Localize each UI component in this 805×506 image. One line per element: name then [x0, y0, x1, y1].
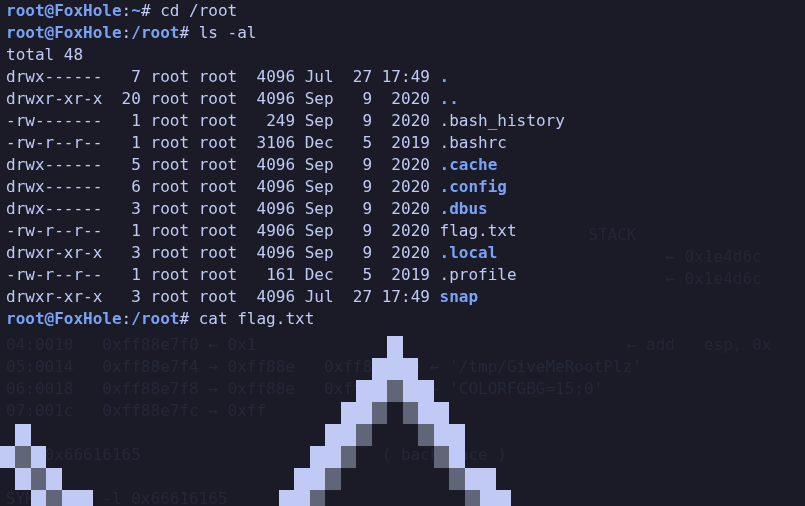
command-text: cd /root — [160, 1, 237, 20]
ls-name: .cache — [440, 155, 498, 174]
prompt-host: FoxHole — [54, 23, 121, 42]
ls-owner: root — [151, 111, 190, 130]
command-text: ls -al — [199, 23, 257, 42]
prompt-host: FoxHole — [54, 1, 121, 20]
ls-group: root — [199, 67, 238, 86]
ls-links: 7 — [112, 67, 141, 86]
ls-perms: drwxr-xr-x — [6, 243, 102, 262]
ls-row: drwx------ 6 root root 4096 Sep 9 2020 .… — [6, 176, 799, 198]
ls-row: drwx------ 3 root root 4096 Sep 9 2020 .… — [6, 198, 799, 220]
ls-size: 161 — [247, 265, 295, 284]
ls-row: -rw-r--r-- 1 root root 3106 Dec 5 2019 .… — [6, 132, 799, 154]
ls-date: Jul 27 17:49 — [305, 287, 430, 306]
prompt-at: @ — [45, 23, 55, 42]
prompt-colon: : — [122, 23, 132, 42]
prompt-at: @ — [45, 1, 55, 20]
ls-name: .bash_history — [440, 111, 565, 130]
ls-group: root — [199, 155, 238, 174]
ls-date: Sep 9 2020 — [305, 155, 430, 174]
terminal-output: root@FoxHole:~# cd /rootroot@FoxHole:/ro… — [0, 0, 805, 330]
ls-total: total 48 — [6, 44, 799, 66]
ls-perms: drwx------ — [6, 67, 102, 86]
ls-links: 1 — [112, 111, 141, 130]
ls-group: root — [199, 265, 238, 284]
ls-links: 1 — [112, 221, 141, 240]
ls-perms: drwxr-xr-x — [6, 89, 102, 108]
ls-group: root — [199, 133, 238, 152]
ls-date: Sep 9 2020 — [305, 243, 430, 262]
ls-owner: root — [151, 155, 190, 174]
prompt-colon: : — [122, 1, 132, 20]
ls-size: 4096 — [247, 243, 295, 262]
ls-group: root — [199, 243, 238, 262]
prompt-at: @ — [45, 309, 55, 328]
ls-size: 249 — [247, 111, 295, 130]
ls-size: 4096 — [247, 155, 295, 174]
ls-row: drwx------ 5 root root 4096 Sep 9 2020 .… — [6, 154, 799, 176]
ls-links: 5 — [112, 155, 141, 174]
ls-perms: drwxr-xr-x — [6, 287, 102, 306]
prompt-colon: : — [122, 309, 132, 328]
ls-name: .dbus — [440, 199, 488, 218]
ls-links: 20 — [112, 89, 141, 108]
ls-date: Sep 9 2020 — [305, 89, 430, 108]
ls-date: Dec 5 2019 — [305, 265, 430, 284]
ls-name: flag.txt — [440, 221, 517, 240]
prompt-path: /root — [131, 309, 179, 328]
ls-perms: drwx------ — [6, 155, 102, 174]
ls-owner: root — [151, 265, 190, 284]
ls-date: Dec 5 2019 — [305, 133, 430, 152]
prompt-sigil: # — [179, 309, 198, 328]
ls-date: Sep 9 2020 — [305, 177, 430, 196]
ls-row: -rw-r--r-- 1 root root 161 Dec 5 2019 .p… — [6, 264, 799, 286]
ls-size: 4096 — [247, 89, 295, 108]
ls-size: 4906 — [247, 221, 295, 240]
ls-name: .. — [440, 89, 459, 108]
ls-perms: drwx------ — [6, 177, 102, 196]
ls-date: Sep 9 2020 — [305, 111, 430, 130]
ls-owner: root — [151, 243, 190, 262]
ls-links: 3 — [112, 287, 141, 306]
ls-size: 4096 — [247, 287, 295, 306]
prompt-user: root — [6, 23, 45, 42]
ls-perms: -rw-r--r-- — [6, 133, 102, 152]
ls-name: .bashrc — [440, 133, 507, 152]
ls-name: .config — [440, 177, 507, 196]
command-line: root@FoxHole:~# cd /root — [6, 0, 799, 22]
ls-group: root — [199, 199, 238, 218]
ls-links: 3 — [112, 243, 141, 262]
ls-group: root — [199, 111, 238, 130]
ls-links: 1 — [112, 133, 141, 152]
ls-group: root — [199, 177, 238, 196]
ls-size: 3106 — [247, 133, 295, 152]
prompt-sigil: # — [141, 1, 160, 20]
ls-group: root — [199, 287, 238, 306]
ls-row: drwxr-xr-x 3 root root 4096 Jul 27 17:49… — [6, 286, 799, 308]
command-text: cat flag.txt — [199, 309, 315, 328]
prompt-path: ~ — [131, 1, 141, 20]
prompt-path: /root — [131, 23, 179, 42]
ls-group: root — [199, 89, 238, 108]
ls-row: drwxr-xr-x 3 root root 4096 Sep 9 2020 .… — [6, 242, 799, 264]
ls-name: snap — [440, 287, 479, 306]
ls-row: -rw------- 1 root root 249 Sep 9 2020 .b… — [6, 110, 799, 132]
prompt-host: FoxHole — [54, 309, 121, 328]
ls-owner: root — [151, 177, 190, 196]
ls-size: 4096 — [247, 177, 295, 196]
ls-perms: -rw-r--r-- — [6, 265, 102, 284]
ls-owner: root — [151, 221, 190, 240]
prompt-user: root — [6, 1, 45, 20]
ls-name: . — [440, 67, 450, 86]
ls-size: 4096 — [247, 67, 295, 86]
ls-row: drwx------ 7 root root 4096 Jul 27 17:49… — [6, 66, 799, 88]
ls-date: Sep 9 2020 — [305, 199, 430, 218]
prompt-user: root — [6, 309, 45, 328]
ls-size: 4096 — [247, 199, 295, 218]
ls-links: 6 — [112, 177, 141, 196]
ls-row: -rw-r--r-- 1 root root 4906 Sep 9 2020 f… — [6, 220, 799, 242]
ls-perms: drwx------ — [6, 199, 102, 218]
command-line: root@FoxHole:/root# ls -al — [6, 22, 799, 44]
ls-perms: -rw-r--r-- — [6, 221, 102, 240]
ls-date: Sep 9 2020 — [305, 221, 430, 240]
ls-name: .local — [440, 243, 498, 262]
